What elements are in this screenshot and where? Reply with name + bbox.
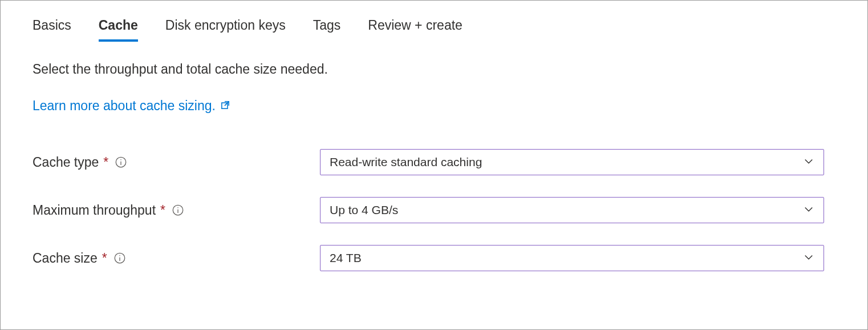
external-link-icon: [220, 98, 230, 114]
info-icon[interactable]: [115, 156, 127, 168]
svg-point-9: [119, 255, 120, 256]
section-description: Select the throughput and total cache si…: [33, 61, 835, 78]
learn-more-link[interactable]: Learn more about cache sizing.: [33, 98, 230, 114]
label-cache-size: Cache size *: [33, 251, 320, 266]
chevron-down-icon: [803, 251, 814, 265]
chevron-down-icon: [803, 155, 814, 170]
tab-bar: Basics Cache Disk encryption keys Tags R…: [33, 18, 835, 42]
row-cache-type: Cache type * Read-write standard caching: [33, 149, 835, 175]
required-asterisk: *: [103, 155, 108, 170]
label-max-throughput-text: Maximum throughput: [33, 203, 156, 218]
row-max-throughput: Maximum throughput * Up to 4 GB/s: [33, 197, 835, 223]
select-cache-type[interactable]: Read-write standard caching: [320, 149, 824, 175]
select-cache-size-value: 24 TB: [330, 251, 362, 265]
info-icon[interactable]: [172, 204, 184, 216]
select-cache-type-value: Read-write standard caching: [330, 155, 482, 169]
tab-tags[interactable]: Tags: [313, 18, 341, 42]
tab-disk-encryption-keys[interactable]: Disk encryption keys: [165, 18, 286, 42]
label-max-throughput: Maximum throughput *: [33, 203, 320, 218]
learn-more-text: Learn more about cache sizing.: [33, 98, 216, 114]
select-max-throughput[interactable]: Up to 4 GB/s: [320, 197, 824, 223]
svg-point-3: [121, 159, 122, 160]
tab-review-create[interactable]: Review + create: [368, 18, 463, 42]
chevron-down-icon: [803, 203, 814, 218]
label-cache-type: Cache type *: [33, 155, 320, 170]
tab-basics[interactable]: Basics: [33, 18, 71, 42]
label-cache-type-text: Cache type: [33, 155, 99, 170]
info-icon[interactable]: [114, 252, 125, 264]
select-cache-size[interactable]: 24 TB: [320, 245, 824, 271]
required-asterisk: *: [160, 203, 165, 218]
required-asterisk: *: [102, 251, 107, 266]
svg-point-6: [177, 207, 179, 208]
label-cache-size-text: Cache size: [33, 251, 98, 266]
cache-config-panel: Basics Cache Disk encryption keys Tags R…: [0, 0, 868, 330]
tab-cache[interactable]: Cache: [99, 18, 138, 42]
row-cache-size: Cache size * 24 TB: [33, 245, 835, 271]
select-max-throughput-value: Up to 4 GB/s: [330, 203, 398, 217]
